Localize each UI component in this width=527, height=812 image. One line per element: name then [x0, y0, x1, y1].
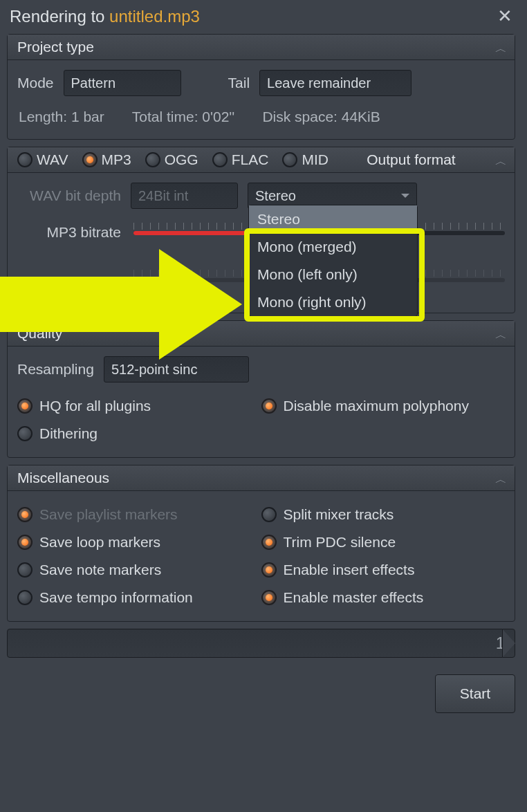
- title-prefix: Rendering to: [10, 7, 109, 26]
- channel-dropdown-menu: Stereo Mono (merged) Mono (left only) Mo…: [248, 205, 418, 317]
- chevron-down-icon: [401, 194, 409, 198]
- quality-header[interactable]: Quality 〈: [8, 321, 515, 347]
- diskspace-stat: Disk space: 44KiB: [262, 109, 380, 125]
- enable-master-toggle[interactable]: Enable master effects: [261, 584, 506, 611]
- mode-dropdown[interactable]: Pattern: [64, 70, 181, 96]
- progress-bar: 1: [7, 629, 515, 658]
- mode-label: Mode: [17, 75, 54, 91]
- tail-dropdown[interactable]: Leave remainder: [259, 70, 412, 96]
- trim-pdc-toggle[interactable]: Trim PDC silence: [261, 528, 506, 556]
- channel-value: Stereo: [255, 188, 296, 204]
- wav-depth-dropdown: 24Bit int: [131, 183, 238, 209]
- misc-header[interactable]: Miscellaneous 〈: [8, 465, 515, 491]
- chevron-up-icon: 〈: [492, 41, 507, 53]
- format-mid-radio[interactable]: MID: [282, 151, 329, 168]
- start-label: Start: [460, 685, 490, 702]
- output-format-panel: WAV MP3 OGG FLAC MID Output format 〈 WAV…: [7, 147, 515, 313]
- wav-depth-value: 24Bit int: [138, 188, 188, 204]
- chevron-up-icon: 〈: [492, 328, 507, 339]
- save-playlist-toggle[interactable]: Save playlist markers: [17, 501, 261, 528]
- channel-option-mono-right[interactable]: Mono (right only): [249, 288, 417, 316]
- format-radio-group: WAV MP3 OGG FLAC MID: [17, 151, 329, 168]
- save-tempo-toggle[interactable]: Save tempo information: [17, 584, 261, 611]
- quality-title: Quality: [17, 325, 62, 342]
- dithering-toggle[interactable]: Dithering: [17, 420, 261, 447]
- misc-title: Miscellaneous: [17, 470, 109, 486]
- save-note-toggle[interactable]: Save note markers: [17, 556, 261, 584]
- split-mixer-toggle[interactable]: Split mixer tracks: [261, 501, 506, 528]
- bitrate-label: MP3 bitrate: [17, 224, 121, 241]
- title-filename: untitled.mp3: [109, 7, 200, 26]
- project-type-panel: Project type 〈 Mode Pattern Tail Leave r…: [7, 34, 515, 140]
- format-mp3-radio[interactable]: MP3: [82, 151, 131, 168]
- save-loop-toggle[interactable]: Save loop markers: [17, 528, 261, 556]
- quality-panel: Quality 〈 Resampling 512-point sinc HQ f…: [7, 320, 515, 458]
- wav-depth-label: WAV bit depth: [17, 187, 121, 204]
- format-ogg-radio[interactable]: OGG: [145, 151, 198, 168]
- start-button[interactable]: Start: [435, 674, 515, 713]
- resampling-label: Resampling: [17, 361, 94, 378]
- totaltime-stat: Total time: 0'02'': [132, 109, 235, 125]
- enable-insert-toggle[interactable]: Enable insert effects: [261, 556, 506, 584]
- channel-option-stereo[interactable]: Stereo: [249, 205, 417, 233]
- disable-polyphony-toggle[interactable]: Disable maximum polyphony: [261, 392, 506, 420]
- mode-value: Pattern: [71, 75, 115, 91]
- tail-label: Tail: [228, 75, 250, 91]
- project-type-title: Project type: [17, 39, 94, 55]
- window-title: Rendering to untitled.mp3: [10, 7, 200, 26]
- chevron-up-icon: 〈: [492, 154, 507, 165]
- resampling-dropdown[interactable]: 512-point sinc: [104, 356, 249, 382]
- project-type-header[interactable]: Project type 〈: [8, 35, 515, 60]
- progress-value: 1: [496, 634, 505, 653]
- output-format-title: Output format: [367, 151, 455, 168]
- titlebar: Rendering to untitled.mp3 ✕: [0, 0, 522, 34]
- channel-option-mono-merged[interactable]: Mono (merged): [249, 233, 417, 261]
- length-stat: Length: 1 bar: [19, 109, 104, 125]
- hq-plugins-toggle[interactable]: HQ for all plugins: [17, 392, 261, 420]
- close-icon[interactable]: ✕: [497, 6, 512, 27]
- format-wav-radio[interactable]: WAV: [17, 151, 68, 168]
- chevron-up-icon: 〈: [492, 472, 507, 483]
- channel-option-mono-left[interactable]: Mono (left only): [249, 261, 417, 288]
- format-flac-radio[interactable]: FLAC: [212, 151, 269, 168]
- resampling-value: 512-point sinc: [111, 362, 198, 378]
- tail-value: Leave remainder: [267, 75, 371, 91]
- misc-panel: Miscellaneous 〈 Save playlist markers Sa…: [7, 465, 515, 622]
